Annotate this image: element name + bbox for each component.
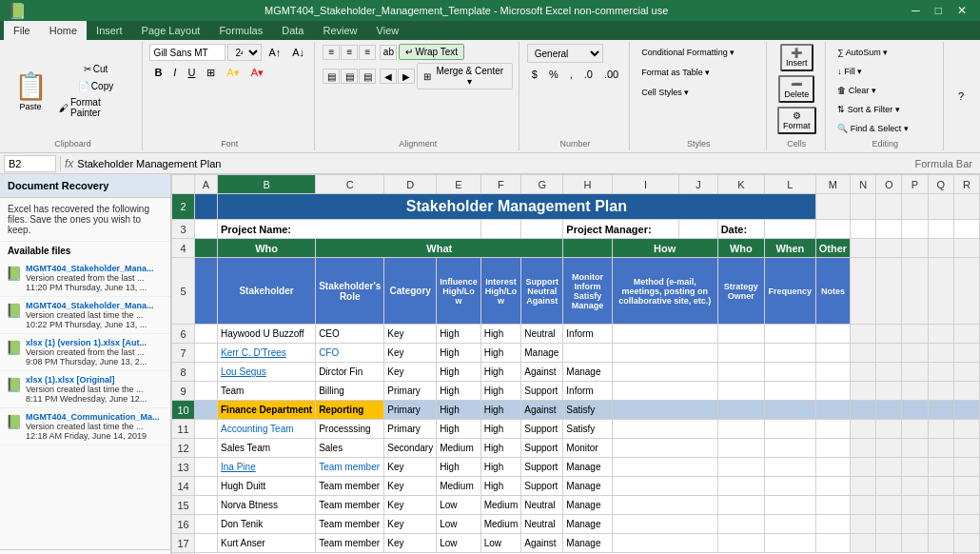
cell-g11[interactable]: Support [521, 420, 563, 439]
tab-view[interactable]: View [367, 21, 409, 40]
cell-c5[interactable]: Stakeholder's Role [316, 258, 384, 325]
cell-m14[interactable] [815, 477, 850, 496]
cell-m10[interactable] [815, 401, 850, 420]
cell-i8[interactable] [612, 363, 717, 382]
currency-btn[interactable]: $ [527, 66, 542, 83]
cell-n6[interactable] [851, 325, 876, 344]
cell-p5[interactable] [902, 258, 928, 325]
cell-i12[interactable] [612, 439, 717, 458]
cell-n7[interactable] [851, 344, 876, 363]
cell-g8[interactable]: Against [521, 363, 563, 382]
cell-g15[interactable]: Neutral [521, 496, 563, 515]
cell-j3[interactable] [679, 220, 717, 239]
cell-c16[interactable]: Team member [316, 515, 384, 534]
cell-k5[interactable]: Strategy Owner [717, 258, 764, 325]
cell-f14[interactable]: High [480, 477, 521, 496]
cell-k14[interactable] [717, 477, 764, 496]
cell-f3[interactable] [480, 220, 521, 239]
cell-m6[interactable] [815, 325, 850, 344]
cell-k7[interactable] [717, 344, 764, 363]
cell-k12[interactable] [717, 439, 764, 458]
cell-n2[interactable] [851, 194, 876, 220]
cell-g9[interactable]: Support [521, 382, 563, 401]
cell-h17[interactable]: Manage [563, 534, 612, 553]
cell-r3[interactable] [953, 220, 979, 239]
cell-c11[interactable]: Processsing [316, 420, 384, 439]
cell-d17[interactable]: Key [384, 534, 437, 553]
cell-e10[interactable]: High [437, 401, 481, 420]
cell-l7[interactable] [764, 344, 815, 363]
cell-r9[interactable] [953, 382, 979, 401]
find-select-btn[interactable]: 🔍 Find & Select ▾ [833, 120, 937, 137]
cell-b12[interactable]: Sales Team [218, 439, 316, 458]
comma-btn[interactable]: , [565, 66, 578, 83]
cell-f9[interactable]: High [480, 382, 521, 401]
cell-a17[interactable] [195, 534, 218, 553]
cell-o5[interactable] [876, 258, 902, 325]
cell-b14[interactable]: Hugh Duitt [218, 477, 316, 496]
minimize-btn[interactable]: ─ [906, 4, 926, 17]
copy-button[interactable]: 📄 Copy [55, 78, 136, 93]
cell-p3[interactable] [902, 220, 928, 239]
cell-h7[interactable] [563, 344, 612, 363]
cell-d6[interactable]: Key [384, 325, 437, 344]
cell-q16[interactable] [928, 515, 953, 534]
tab-data[interactable]: Data [272, 21, 313, 40]
cell-r6[interactable] [953, 325, 979, 344]
recovery-file-1[interactable]: 📗 MGMT404_Stakeholder_Mana... Version cr… [0, 260, 170, 297]
cell-b8[interactable]: Lou Segus [218, 363, 316, 382]
cell-l13[interactable] [764, 458, 815, 477]
cell-c7[interactable]: CFO [316, 344, 384, 363]
sheet-scroll[interactable]: A B C D E F G H I J K L M N O [171, 174, 980, 554]
cell-k10[interactable] [717, 401, 764, 420]
font-name-input[interactable] [149, 44, 225, 61]
align-top-right-btn[interactable]: ≡ [359, 45, 376, 60]
format-as-table-btn[interactable]: Format as Table ▾ [637, 64, 760, 81]
number-format-select[interactable]: General Number Currency Date Percentage [527, 44, 603, 63]
cell-p17[interactable] [902, 534, 928, 553]
cell-o6[interactable] [876, 325, 902, 344]
recovery-file-2[interactable]: 📗 MGMT404_Stakeholder_Mana... Version cr… [0, 297, 170, 334]
font-color-btn[interactable]: A▾ [246, 64, 268, 81]
cell-i9[interactable] [612, 382, 717, 401]
format-painter-button[interactable]: 🖌 Format Painter [55, 95, 136, 120]
cell-h10[interactable]: Satisfy [563, 401, 612, 420]
cell-e16[interactable]: Low [437, 515, 481, 534]
cell-b6[interactable]: Haywood U Buzzoff [218, 325, 316, 344]
cell-h8[interactable]: Manage [563, 363, 612, 382]
cell-h15[interactable]: Manage [563, 496, 612, 515]
cell-f6[interactable]: High [480, 325, 521, 344]
align-left-btn[interactable]: ▤ [323, 69, 340, 84]
cell-n8[interactable] [851, 363, 876, 382]
fill-color-btn[interactable]: A▾ [222, 64, 244, 81]
cell-a16[interactable] [195, 515, 218, 534]
cell-m13[interactable] [815, 458, 850, 477]
cell-c6[interactable]: CEO [316, 325, 384, 344]
cell-n14[interactable] [851, 477, 876, 496]
cell-e8[interactable]: High [437, 363, 481, 382]
cell-m4[interactable]: Other [815, 239, 850, 258]
cell-e14[interactable]: Medium [437, 477, 481, 496]
cell-i5[interactable]: Method (e-mail, meetings, posting on col… [612, 258, 717, 325]
cell-k6[interactable] [717, 325, 764, 344]
cell-r8[interactable] [953, 363, 979, 382]
cell-r4[interactable] [953, 239, 979, 258]
cell-p14[interactable] [902, 477, 928, 496]
cell-l12[interactable] [764, 439, 815, 458]
cell-o9[interactable] [876, 382, 902, 401]
cell-o15[interactable] [876, 496, 902, 515]
cell-m8[interactable] [815, 363, 850, 382]
cell-k16[interactable] [717, 515, 764, 534]
cell-q15[interactable] [928, 496, 953, 515]
cell-e15[interactable]: Low [437, 496, 481, 515]
cell-o14[interactable] [876, 477, 902, 496]
col-header-e[interactable]: E [437, 175, 481, 194]
autosum-btn[interactable]: ∑ AutoSum ▾ [833, 44, 937, 61]
cell-h3[interactable]: Project Manager: [563, 220, 679, 239]
cell-o16[interactable] [876, 515, 902, 534]
col-header-m[interactable]: M [815, 175, 850, 194]
cell-a9[interactable] [195, 382, 218, 401]
cell-k8[interactable] [717, 363, 764, 382]
cell-a5[interactable] [195, 258, 218, 325]
paste-button[interactable]: 📋 Paste [10, 65, 51, 116]
